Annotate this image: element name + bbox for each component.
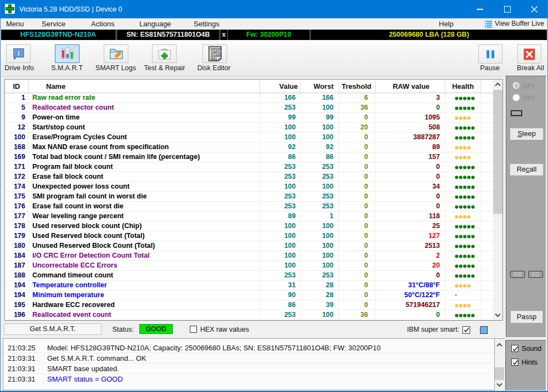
svg-text:i: i: [18, 50, 19, 56]
svg-text:0001: 0001: [210, 57, 217, 61]
